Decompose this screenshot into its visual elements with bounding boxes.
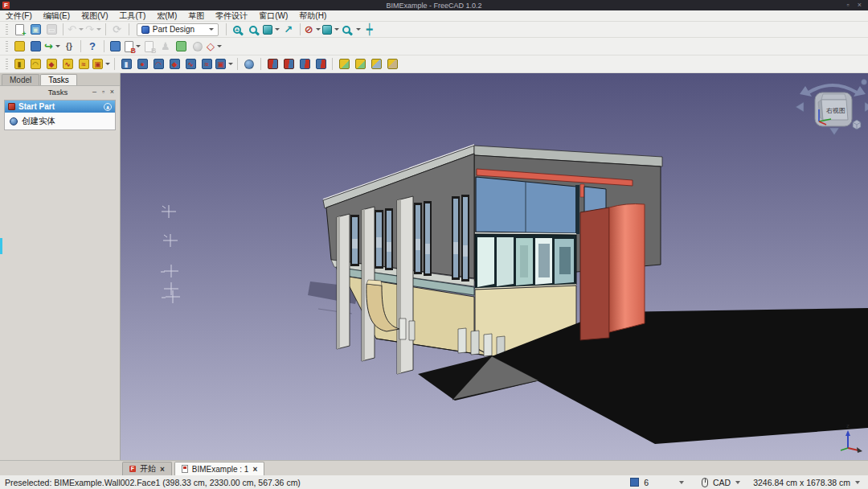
task-group-header[interactable]: Start Part ∧: [5, 101, 115, 113]
dock-close-button[interactable]: ×: [108, 86, 117, 97]
toolbar-grip: [6, 41, 8, 52]
additive-helix-button[interactable]: ≈: [76, 57, 91, 72]
close-window-button[interactable]: ×: [858, 0, 862, 10]
navcube-dot-button[interactable]: [862, 80, 867, 85]
dropdown-caret-icon: [136, 45, 141, 47]
create-group-button[interactable]: [28, 39, 43, 54]
dropdown-caret-icon: [356, 28, 361, 31]
menu-item-7[interactable]: 窗口(W): [253, 10, 293, 22]
building-red-features[interactable]: [580, 204, 645, 341]
workbench-icon: [141, 26, 149, 34]
window-title: BIMExample - FreeCAD 1.0.2: [0, 2, 868, 10]
toolbar-structure: ↪{}?BB♟◇: [0, 38, 868, 55]
status-bar: Preselected: BIMExample.Wall002.Face1 (3…: [0, 475, 868, 489]
make-link-button[interactable]: ↪: [44, 39, 60, 54]
part-cube-icon: [8, 103, 15, 110]
axonometric-view-button[interactable]: [263, 23, 280, 37]
document-tab-label: 开始: [140, 463, 156, 475]
dock-tab-tasks[interactable]: Tasks: [40, 74, 77, 85]
draw-style-button[interactable]: [322, 23, 339, 37]
menu-item-8[interactable]: 帮助(H): [293, 10, 332, 22]
clipping-plane-button[interactable]: ⊘: [305, 23, 321, 37]
create-part-button[interactable]: [12, 39, 27, 54]
whats-this-button[interactable]: ?: [85, 39, 100, 54]
hole-button[interactable]: ●: [135, 57, 149, 72]
chamfer-button[interactable]: [353, 57, 367, 72]
mouse-icon: [702, 478, 708, 487]
navcube-mini-cube[interactable]: [853, 120, 861, 129]
additive-loft-button[interactable]: ◆: [44, 57, 59, 72]
navcube-right-arrow[interactable]: [865, 102, 868, 112]
subtractive-sweep-button[interactable]: ∿: [183, 57, 198, 72]
dock-float-button[interactable]: ▫: [99, 86, 108, 97]
3d-viewport[interactable]: 右视图 z: [121, 73, 868, 460]
revolve-button[interactable]: ◠: [28, 57, 43, 72]
redo-button[interactable]: ↷: [85, 23, 101, 37]
overlay-panel-indicator[interactable]: [0, 238, 2, 254]
menu-item-4[interactable]: 宏(M): [151, 10, 182, 22]
boolean-fuse-button[interactable]: [281, 57, 296, 72]
menu-item-1[interactable]: 编辑(E): [38, 10, 76, 22]
nav-style-caret[interactable]: [735, 481, 740, 484]
pocket-button[interactable]: ▮: [119, 57, 133, 72]
shape-binder-button[interactable]: [190, 39, 205, 54]
edit-sketch-button[interactable]: B: [142, 39, 157, 54]
zoom-fit-button[interactable]: +: [231, 23, 245, 37]
expression-editor-button[interactable]: {}: [62, 39, 76, 54]
document-tab-bar: F开始×BIMExample : 1×: [0, 460, 868, 475]
create-sketch-button[interactable]: B: [125, 39, 141, 54]
additive-sweep-button[interactable]: ∿: [60, 57, 75, 72]
subtractive-primitive-button[interactable]: ▣: [215, 57, 233, 72]
create-body-task-link[interactable]: 创建实体: [5, 113, 115, 129]
primitive-sphere-button[interactable]: [242, 57, 256, 72]
nav-style-label[interactable]: CAD: [713, 478, 731, 487]
document-tab-0[interactable]: F开始×: [122, 462, 172, 475]
boolean-cut-button[interactable]: [265, 57, 280, 72]
menu-item-3[interactable]: 工具(T): [113, 10, 151, 22]
dock-minimize-button[interactable]: –: [90, 86, 99, 97]
boolean-compound-button[interactable]: [313, 57, 328, 72]
navcube-face-label[interactable]: 右视图: [826, 107, 845, 114]
validate-shape-button[interactable]: [174, 39, 189, 54]
thickness-button[interactable]: [385, 57, 399, 72]
dropdown-caret-icon: [105, 63, 110, 65]
zoom-out-button[interactable]: [247, 23, 261, 37]
new-file-button[interactable]: +: [12, 23, 27, 37]
refresh-button[interactable]: ⟳: [110, 23, 125, 37]
sync-view-button[interactable]: [341, 23, 361, 37]
open-file-button[interactable]: ▣: [28, 23, 43, 37]
additive-primitive-button[interactable]: ▣: [92, 57, 110, 72]
attach-sketch-button[interactable]: ♟: [158, 39, 173, 54]
pad-button[interactable]: ▮: [12, 57, 27, 72]
task-group-title: Start Part: [18, 102, 55, 111]
document-tab-1[interactable]: BIMExample : 1×: [174, 462, 264, 475]
select-view-button[interactable]: ↗: [281, 23, 296, 37]
collapse-chevron-icon[interactable]: ∧: [104, 103, 112, 111]
fillet-button[interactable]: [337, 57, 351, 72]
menu-item-5[interactable]: 草图: [182, 10, 210, 22]
subtractive-helix-button[interactable]: ≈: [199, 57, 214, 72]
layer-dropdown-caret[interactable]: [679, 481, 684, 484]
undo-button[interactable]: ↶: [68, 23, 84, 37]
toolbar-separator: [129, 23, 129, 35]
dimensions-caret[interactable]: [855, 481, 860, 484]
draft-button[interactable]: [369, 57, 383, 72]
subtractive-loft-button[interactable]: ◆: [167, 57, 182, 72]
save-button[interactable]: ▭: [44, 23, 59, 37]
measure-button[interactable]: ┿: [362, 23, 377, 37]
dock-tab-model[interactable]: Model: [2, 74, 39, 85]
dropdown-caret-icon: [217, 45, 222, 47]
workbench-selector[interactable]: Part Design: [137, 23, 219, 36]
tab-close-icon[interactable]: ×: [160, 465, 165, 474]
create-body-button[interactable]: [108, 39, 123, 54]
groove-button[interactable]: ◠: [151, 57, 166, 72]
toolbar-separator: [332, 58, 333, 70]
menu-item-2[interactable]: 视图(V): [76, 10, 113, 22]
restore-window-button[interactable]: ▫: [847, 0, 850, 10]
create-datum-button[interactable]: ◇: [207, 39, 222, 54]
tab-close-icon[interactable]: ×: [252, 465, 257, 474]
boolean-common-button[interactable]: [297, 57, 312, 72]
menu-item-6[interactable]: 零件设计: [210, 10, 253, 22]
menu-item-0[interactable]: 文件(F): [0, 10, 38, 22]
toolbar-partdesign: ▮◠◆∿≈▣▮●◠◆∿≈▣: [0, 55, 868, 73]
